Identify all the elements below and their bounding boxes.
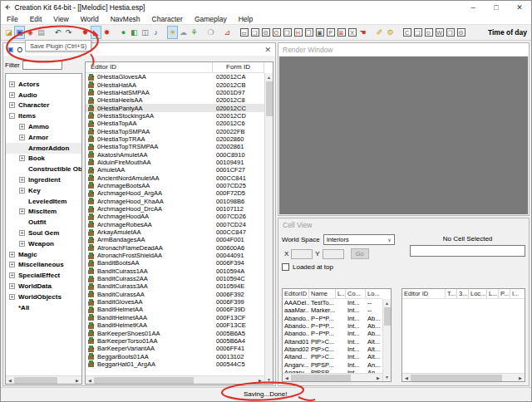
layers-window-icon[interactable]: ❐ bbox=[445, 26, 456, 39]
scroll-right-icon[interactable]: ▶ bbox=[73, 378, 81, 383]
x-coordinate-input[interactable] bbox=[291, 249, 313, 259]
cell-row[interactable]: Altand02 PtP>C... Int... Alt... bbox=[283, 346, 382, 353]
tree-expand-icon[interactable]: + bbox=[9, 294, 15, 300]
select-references-icon[interactable]: ☚ bbox=[357, 26, 368, 39]
list-item-banditglovesaa[interactable]: BanditGlovesAA 0006F399 bbox=[86, 298, 264, 306]
tree-item-all[interactable]: *All bbox=[6, 302, 81, 313]
cells-column-editorid[interactable]: EditorID bbox=[283, 289, 309, 298]
toggle-sky-icon[interactable]: ☁ bbox=[178, 26, 189, 39]
list-item-archmagehood-khaaa[interactable]: ArchmageHood_KhaAA 001098B6 bbox=[86, 198, 264, 205]
list-item-bandithelmetaaa[interactable]: BanditHelmetAAA 000F13CF bbox=[86, 314, 264, 321]
warnings-window-icon[interactable]: ⊠ bbox=[336, 26, 347, 39]
list-item-arkayamuletaa[interactable]: ArkayAmuletAA 000CC847 bbox=[86, 228, 264, 236]
scroll-up-icon[interactable]: ▲ bbox=[267, 73, 271, 81]
list-item-alduinfiremouthaa[interactable]: AlduinFireMouthAA 00109491 bbox=[86, 159, 264, 166]
snap-to-angle-icon[interactable]: ◣ bbox=[91, 26, 101, 39]
scroll-right-icon[interactable]: ▶ bbox=[374, 375, 382, 380]
undo-icon[interactable]: ↶ bbox=[52, 26, 63, 39]
havok-sim-icon[interactable]: H bbox=[293, 26, 303, 39]
list-item-banditcuirass3aa[interactable]: BanditCuirass3AA 0010594E bbox=[86, 282, 264, 290]
menu-navmesh[interactable]: NavMesh bbox=[105, 15, 146, 23]
preferences-icon[interactable]: ▤ bbox=[36, 26, 47, 39]
tree-item-miscitem[interactable]: + MiscItem bbox=[6, 207, 81, 218]
tree-item-ingredient[interactable]: + Ingredient bbox=[6, 174, 81, 185]
cells-column-co[interactable]: Co... bbox=[346, 289, 366, 298]
list-item-0hestiatoptrsmpaa[interactable]: 0HestiaTopTRSMPAA 02002861 bbox=[86, 143, 264, 150]
cells-horizontal-scrollbar[interactable]: ◀ ▶ bbox=[283, 373, 382, 381]
tree-item-actors[interactable]: + Actors bbox=[6, 79, 81, 90]
refs-column-p[interactable]: P... bbox=[499, 289, 510, 298]
tree-item-worldobjects[interactable]: + WorldObjects bbox=[6, 292, 81, 302]
material-editor-icon[interactable]: ⚙ bbox=[385, 26, 396, 39]
list-item-0hestiapantyaa[interactable]: 0HestiaPantyAA 020012CC bbox=[86, 104, 264, 111]
tree-horizontal-scrollbar[interactable]: ◀ ▶ bbox=[6, 375, 81, 384]
refs-column-t[interactable]: T... bbox=[446, 289, 457, 298]
cell-view-toggle-icon[interactable]: ❐ bbox=[282, 26, 293, 39]
tree-item-items[interactable]: - Items bbox=[6, 110, 81, 121]
cell-row[interactable]: Abando... P~P*P... Int... Ab... bbox=[283, 330, 382, 337]
list-item-banditbootsaa[interactable]: BanditBootsAA 0006F394 bbox=[86, 259, 264, 267]
scroll-up-icon[interactable]: ▲ bbox=[385, 299, 389, 307]
list-item-bandithelmetkaa[interactable]: BanditHelmetKAA 000F13CE bbox=[86, 321, 264, 329]
redo-icon[interactable]: ↷ bbox=[63, 26, 74, 39]
list-item-0hestiahatsmpaa[interactable]: 0HestiaHatSMPAA 02001D97 bbox=[86, 89, 264, 96]
tree-expand-icon[interactable]: + bbox=[19, 230, 25, 236]
cells-column-lo[interactable]: Lo... bbox=[366, 289, 382, 298]
tree-item-armoraddon[interactable]: ArmorAddon bbox=[6, 143, 81, 154]
list-item-0hestiaglovesaa[interactable]: 0HestiaGlovesAA 020012CA bbox=[86, 73, 264, 81]
list-item-atronachfrostshieldaa[interactable]: AtronachFrostShieldAA 00044091 bbox=[86, 252, 264, 259]
tree-item-key[interactable]: + Key bbox=[6, 185, 81, 196]
snap-to-grid-icon[interactable]: ✹ bbox=[80, 26, 91, 39]
menu-view[interactable]: View bbox=[47, 15, 74, 23]
list-item-archmagehood-drcaa[interactable]: ArchmageHood_DrcAA 00107112 bbox=[86, 205, 264, 213]
list-item-amuletaa[interactable]: AmuletAA 0001CF27 bbox=[86, 166, 264, 174]
camera-icon[interactable]: ⊙ bbox=[423, 26, 434, 39]
column-header-editor-id[interactable]: Editor ID bbox=[86, 62, 213, 72]
list-item-0hestiahataa[interactable]: 0HestiaHatAA 020012CB bbox=[86, 81, 264, 88]
object-window-toggle-icon[interactable]: ❏ bbox=[249, 26, 260, 39]
list-item-banditcuirass1aa[interactable]: BanditCuirass1AA 0010594A bbox=[86, 267, 264, 275]
scroll-right-icon[interactable]: ▶ bbox=[256, 378, 264, 383]
tree-expand-icon[interactable]: - bbox=[9, 113, 15, 119]
tree-expand-icon[interactable]: + bbox=[9, 102, 15, 108]
tree-item-soul-gem[interactable]: + Soul Gem bbox=[6, 228, 81, 238]
list-item-akatoshamuletaa[interactable]: AkatoshAmuletAA 000C8910 bbox=[86, 150, 264, 158]
list-item-archmagebootsaa[interactable]: ArchmageBootsAA 0007CD25 bbox=[86, 182, 264, 189]
tree-item-book[interactable]: + Book bbox=[6, 154, 81, 164]
menu-file[interactable]: File bbox=[1, 15, 24, 23]
papyrus-window-icon[interactable]: P bbox=[325, 26, 336, 39]
column-header-form-id[interactable]: Form ID bbox=[213, 62, 264, 72]
scroll-thumb[interactable] bbox=[14, 377, 57, 384]
dialogue-view-icon[interactable]: ❍ bbox=[205, 26, 216, 39]
refs-column-i[interactable]: I... bbox=[510, 289, 525, 298]
close-button[interactable]: ✕ bbox=[508, 1, 531, 13]
angle-tool-icon[interactable]: ⊿ bbox=[222, 26, 233, 39]
loaded-at-top-checkbox[interactable] bbox=[282, 263, 289, 271]
tree-item-character[interactable]: + Character bbox=[6, 100, 81, 111]
list-item-beggarhat01-argaa[interactable]: BeggarHat01_ArgAA 000544C5 bbox=[86, 360, 264, 368]
toggle-lights-icon[interactable]: ☀ bbox=[167, 26, 178, 39]
save-plugin-icon[interactable]: ▣ bbox=[14, 26, 25, 39]
cell-row[interactable]: Angarv... PtPSP... Int... An... bbox=[283, 360, 382, 368]
refs-column-l[interactable]: L... bbox=[487, 289, 499, 298]
scroll-down-icon[interactable]: ▼ bbox=[385, 373, 389, 381]
render-viewport[interactable] bbox=[279, 56, 528, 214]
cell-row[interactable]: Altand01 PtP>C... Int... Alt... bbox=[283, 337, 382, 345]
list-item-atronachflamedeadaa[interactable]: AtronachFlameDeadAA 000600A6 bbox=[86, 244, 264, 252]
list-item-bandithelmetaa[interactable]: BanditHelmetAA 0006F39D bbox=[86, 306, 264, 313]
menu-world[interactable]: World bbox=[75, 15, 105, 23]
list-vertical-scrollbar[interactable]: ▲ ▼ bbox=[264, 73, 273, 384]
list-item-0hestiastockingsaa[interactable]: 0HestiaStockingsAA 020012CD bbox=[86, 112, 264, 120]
cells-column-name[interactable]: Name bbox=[309, 289, 336, 298]
tree-item-constructible-object[interactable]: Constructible Object bbox=[6, 164, 81, 174]
version-control-icon[interactable]: ◈ bbox=[25, 26, 36, 39]
tree-expand-icon[interactable]: + bbox=[9, 283, 15, 289]
list-item-barkeepervariantaa[interactable]: BarKeeperVariantAA 0006FF41 bbox=[86, 345, 264, 352]
filter-input[interactable] bbox=[22, 61, 62, 70]
y-coordinate-input[interactable] bbox=[323, 249, 344, 259]
tree-expand-icon[interactable]: + bbox=[19, 241, 25, 247]
tree-item-specialeffect[interactable]: + SpecialEffect bbox=[6, 270, 81, 281]
cell-row[interactable]: Abando... P~P*P... Int... Ab... bbox=[283, 322, 382, 330]
tree-expand-icon[interactable]: + bbox=[19, 135, 25, 140]
list-item-banditcuirassaa[interactable]: BanditCuirassAA 0006F392 bbox=[86, 291, 264, 298]
